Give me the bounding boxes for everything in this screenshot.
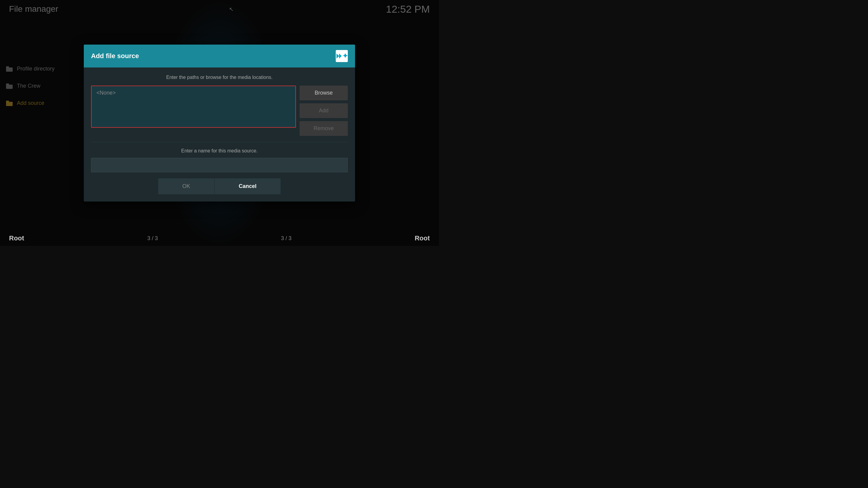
cancel-button[interactable]: Cancel: [214, 178, 281, 194]
browse-button[interactable]: Browse: [300, 86, 348, 100]
bottom-left-label: Root: [9, 234, 24, 242]
add-file-source-dialog: Add file source ✦ Enter the paths or bro…: [84, 44, 355, 201]
remove-button[interactable]: Remove: [300, 121, 348, 136]
path-section: <None> Browse Add Remove: [91, 86, 348, 136]
bottom-bar: Root 3 / 3 3 / 3 Root: [0, 231, 439, 246]
dialog-title: Add file source: [91, 52, 139, 60]
dialog-overlay: Add file source ✦ Enter the paths or bro…: [0, 0, 439, 246]
section-divider: [91, 142, 348, 142]
dialog-paths-subtitle: Enter the paths or browse for the media …: [91, 75, 348, 80]
path-input-area[interactable]: <None>: [91, 86, 296, 128]
add-button[interactable]: Add: [300, 103, 348, 118]
dialog-buttons: OK Cancel: [91, 178, 348, 194]
name-input[interactable]: [91, 158, 348, 172]
name-subtitle: Enter a name for this media source.: [91, 148, 348, 154]
path-placeholder: <None>: [96, 90, 116, 96]
bottom-right-label: Root: [415, 234, 430, 242]
dialog-body: Enter the paths or browse for the media …: [84, 67, 355, 201]
bottom-left-pagination: 3 / 3: [147, 235, 158, 241]
bottom-right-pagination: 3 / 3: [281, 235, 291, 241]
svg-marker-1: [339, 53, 342, 59]
ok-button[interactable]: OK: [158, 178, 214, 194]
dialog-header: Add file source ✦: [84, 44, 355, 67]
kodi-icon: [336, 51, 342, 61]
kodi-logo: ✦: [336, 50, 348, 62]
path-buttons: Browse Add Remove: [300, 86, 348, 136]
